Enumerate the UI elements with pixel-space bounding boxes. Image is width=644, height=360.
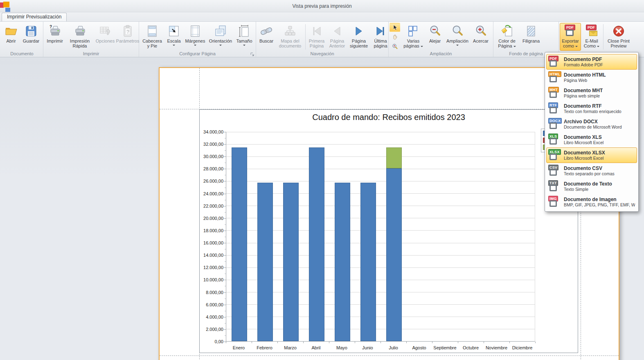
chevron-down-icon	[421, 46, 423, 47]
zoom-in-icon	[474, 24, 488, 38]
varias-paginas-button[interactable]: Varias páginas	[401, 23, 425, 51]
y-axis-minor-tick	[225, 138, 226, 138]
document-map-icon	[283, 24, 297, 38]
y-axis-label: 2.000,00	[200, 327, 223, 332]
gridline	[226, 144, 535, 145]
escala-button[interactable]: Escala	[164, 23, 183, 51]
cabecera-y-pie-button[interactable]: Cabecera y Pie	[140, 23, 164, 51]
y-axis-tick	[224, 280, 226, 280]
export-menu-item-xls[interactable]: XLSDocumento XLSLibro Microsoft Excel	[546, 132, 637, 147]
y-axis-minor-tick	[225, 188, 226, 188]
menu-item-text: Documento HTMLPágina Web	[564, 72, 606, 83]
exportar-como-button[interactable]: PDF Exportar como	[560, 23, 581, 51]
email-pdf-icon: PDF	[585, 24, 599, 38]
button-label: Guardar	[23, 38, 39, 43]
multiple-pages-icon	[406, 24, 420, 38]
orientation-icon	[214, 24, 227, 38]
color-de-pagina-button[interactable]: Color de Página	[494, 23, 520, 51]
chevron-down-icon	[243, 45, 245, 46]
y-axis-tick	[224, 305, 226, 305]
chevron-down-icon	[219, 45, 222, 46]
menu-item-text: Archivo DOCXDocumento de Microsoft Word	[564, 119, 622, 130]
menu-item-title: Documento XLS	[564, 134, 603, 140]
ampliacion-button[interactable]: Ampliación	[445, 23, 470, 51]
y-axis-label: 14.000,00	[200, 253, 223, 258]
y-axis-label: 6.000,00	[200, 302, 223, 307]
y-axis-label: 0,00	[200, 339, 223, 344]
pan-tool-button[interactable]	[390, 32, 400, 41]
abrir-button[interactable]: Abrir	[2, 23, 20, 51]
tab-imprimir-previsualizacion[interactable]: Imprimir Previsualización	[2, 13, 67, 21]
export-menu-item-pdf[interactable]: PDFDocumento PDFFormato Adobe PDF	[546, 54, 637, 70]
x-axis-label: Diciembre	[509, 345, 536, 350]
orientacion-button[interactable]: Orientación	[207, 23, 234, 51]
next-page-icon	[352, 24, 366, 38]
y-axis-label: 26.000,00	[200, 179, 223, 183]
document-outline-icon	[549, 154, 557, 160]
export-menu-item-xlsx[interactable]: XLSXDocumento XLSXLibro Microsoft Excel	[546, 147, 637, 163]
x-axis-label: Marzo	[277, 345, 304, 350]
group-caption: Documento	[1, 51, 43, 57]
x-axis-label: Noviembre	[484, 345, 510, 350]
button-label: Varias páginas	[403, 38, 419, 48]
previous-page-icon	[330, 24, 344, 38]
buscar-button[interactable]: Buscar	[257, 23, 276, 51]
export-menu-item-csv[interactable]: CSVDocumento CSVTexto separado por comas	[546, 163, 637, 179]
scale-icon	[167, 24, 181, 38]
button-label: Tamaño	[236, 38, 252, 43]
menu-item-text: Documento PDFFormato Adobe PDF	[564, 57, 603, 68]
ribbon-group-navegacion: Buscar Mapa del documento Primera Página…	[256, 22, 389, 57]
dialog-launcher-icon[interactable]	[250, 51, 255, 56]
guardar-button[interactable]: Guardar	[20, 23, 42, 51]
export-menu-item-txt[interactable]: TXTDocumento de TextoTexto Simple	[546, 179, 637, 194]
export-menu-item-mht[interactable]: MHTDocumento MHTPágina web simple	[546, 85, 637, 101]
button-label: Orientación	[209, 38, 232, 43]
pagina-anterior-button: Página Anterior	[327, 23, 347, 51]
margenes-button[interactable]: Márgenes	[183, 23, 207, 51]
x-axis-label: Junio	[355, 345, 381, 350]
zoom-region-tool-button[interactable]	[390, 42, 400, 51]
svg-text:?: ?	[50, 25, 52, 29]
y-axis-label: 32.000,00	[200, 142, 223, 147]
chevron-down-icon	[597, 46, 599, 47]
export-menu-item-rtf[interactable]: RTFDocumento RTFTexto con formato enriqu…	[546, 101, 637, 116]
acercar-button[interactable]: Acercar	[470, 23, 491, 51]
y-axis-label: 10.000,00	[200, 277, 223, 282]
x-axis-tick	[458, 342, 458, 343]
svg-text:?: ?	[126, 29, 129, 35]
y-axis-minor-tick	[225, 163, 226, 163]
close-print-preview-button[interactable]: Close Print Preview	[604, 23, 633, 51]
group-caption: Configurar Página	[139, 51, 256, 57]
document-outline-icon	[549, 185, 557, 191]
menu-item-subtitle: Texto separado por comas	[564, 171, 615, 177]
filigrana-button[interactable]: Filigrana	[520, 23, 543, 51]
zoom-tools-column	[390, 23, 400, 51]
y-axis-tick	[224, 292, 226, 293]
menu-item-text: Documento de ImagenBMP, GIF, JPEG, PNG, …	[564, 197, 635, 208]
pagina-siguiente-button[interactable]: Página siguiente	[347, 23, 370, 51]
group-caption: Ampliación	[389, 51, 493, 57]
menu-item-text: Documento XLSLibro Microsoft Excel	[564, 134, 603, 145]
imprimir-button[interactable]: ? Imprimir	[44, 23, 65, 51]
button-label: Última página	[371, 38, 390, 48]
y-axis-minor-tick	[225, 286, 226, 286]
export-menu-item-img[interactable]: IMGDocumento de ImagenBMP, GIF, JPEG, PN…	[546, 194, 637, 210]
alejar-button[interactable]: Alejar	[425, 23, 445, 51]
impresion-rapida-button[interactable]: Impresión Rápida	[65, 23, 94, 51]
pointer-tool-button[interactable]	[390, 23, 400, 32]
email-como-button[interactable]: PDF E-Mail Como	[581, 23, 602, 51]
export-menu-item-html[interactable]: HTMLDocumento HTMLPágina Web	[546, 70, 637, 85]
button-label: Abrir	[6, 38, 16, 43]
gridline	[226, 132, 535, 132]
menu-item-subtitle: Documento de Microsoft Word	[564, 125, 622, 130]
tamano-button[interactable]: Tamaño	[234, 23, 254, 51]
menu-item-title: Documento MHT	[564, 88, 603, 93]
y-axis-tick	[224, 144, 226, 145]
export-menu-item-docx[interactable]: DOCXArchivo DOCXDocumento de Microsoft W…	[546, 116, 637, 132]
ultima-pagina-button[interactable]: Última página	[370, 23, 391, 51]
x-axis-tick	[303, 342, 304, 343]
x-axis-tick	[484, 342, 484, 343]
gridline	[226, 156, 535, 157]
bar-abril-s0	[309, 147, 324, 341]
button-label: Alejar	[429, 38, 441, 43]
